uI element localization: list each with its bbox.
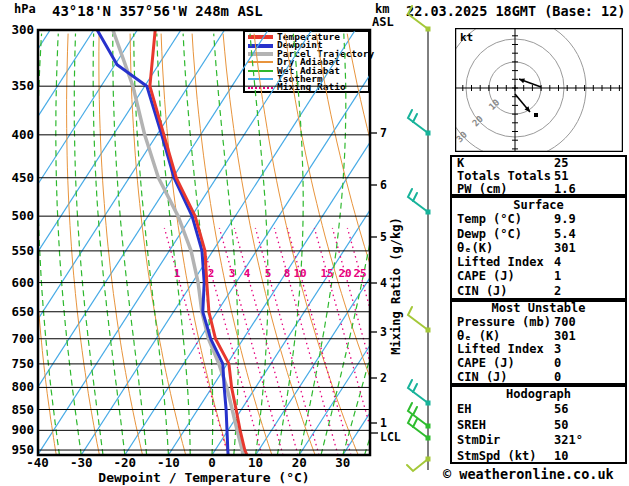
stat-value: 56 xyxy=(554,402,568,417)
temp-tick-label: -10 xyxy=(157,455,180,470)
km-tick-label: 1 xyxy=(380,416,387,430)
stat-box-title: Surface xyxy=(452,198,625,212)
pressure-tick-label: 800 xyxy=(11,379,34,394)
temp-tick-label: 30 xyxy=(335,455,350,470)
pressure-tick-label: 350 xyxy=(11,78,34,93)
stat-value: 3 xyxy=(554,343,561,357)
temp-tick-label: -30 xyxy=(70,455,93,470)
mixing-ratio-value-label: 4 xyxy=(244,267,251,280)
temp-tick-label: -40 xyxy=(26,455,49,470)
stat-label: CIN (J) xyxy=(457,284,508,298)
dry-adiabat-line xyxy=(316,34,444,455)
lcl-label: LCL xyxy=(380,430,401,444)
stat-row: θₑ (K)301 xyxy=(452,330,625,344)
km-tick-label: 6 xyxy=(380,178,387,192)
isotherm-line xyxy=(0,30,7,455)
stat-row: θₑ(K)301 xyxy=(452,241,625,255)
stat-label: PW (cm) xyxy=(457,182,508,196)
stat-row: PW (cm)1.6 xyxy=(452,183,625,196)
stat-label: θₑ(K) xyxy=(457,241,493,255)
stat-value: 10 xyxy=(554,449,568,464)
pressure-tick-label: 600 xyxy=(11,275,34,290)
stat-value: 2 xyxy=(554,284,561,298)
stat-row: Lifted Index3 xyxy=(452,343,625,357)
dry-adiabat-line xyxy=(33,34,56,455)
pressure-tick-label: 450 xyxy=(11,170,34,185)
stat-label: θₑ (K) xyxy=(457,329,500,343)
mixing-ratio-value-label: 5 xyxy=(265,267,272,280)
mixing-ratio-value-label: 8 xyxy=(284,267,291,280)
wind-barb xyxy=(407,457,431,472)
km-tick-label: 5 xyxy=(380,230,387,244)
stat-label: EH xyxy=(457,402,471,416)
stat-row: Pressure (mb)700 xyxy=(452,316,625,330)
stat-value: 50 xyxy=(554,418,568,433)
stat-value: 700 xyxy=(554,316,576,330)
mixing-ratio-value-label: 10 xyxy=(293,267,306,280)
wind-barb xyxy=(408,189,431,215)
skewt-sounding-page: { "header": { "pressure_unit": "hPa", "t… xyxy=(0,0,629,486)
stat-row: CIN (J)0 xyxy=(452,371,625,385)
stat-row: StmSpd (kt)10 xyxy=(452,449,625,464)
temp-tick-label: 10 xyxy=(248,455,263,470)
stat-row: EH56 xyxy=(452,402,625,417)
stat-label: Pressure (mb) xyxy=(457,315,551,329)
wind-barb xyxy=(408,380,431,406)
stat-value: 1.6 xyxy=(554,183,576,196)
stat-box-title: Most Unstable xyxy=(452,302,625,316)
stat-box-hodograph: HodographEH56SREH50StmDir321°StmSpd (kt)… xyxy=(450,385,627,464)
stat-label: StmDir xyxy=(457,433,500,447)
stat-row: SREH50 xyxy=(452,418,625,433)
mixing-ratio-value-label: 25 xyxy=(353,267,366,280)
km-tick-label: 2 xyxy=(380,371,387,385)
temp-tick-label: -20 xyxy=(114,455,137,470)
stat-row: Temp (°C)9.9 xyxy=(452,212,625,226)
pressure-tick-label: 500 xyxy=(11,208,34,223)
stat-label: StmSpd (kt) xyxy=(457,449,536,463)
pressure-tick-label: 750 xyxy=(11,356,34,371)
stat-label: Temp (°C) xyxy=(457,212,522,226)
dry-adiabat-line xyxy=(161,34,229,455)
mixing-ratio-line xyxy=(255,228,319,455)
pressure-tick-label: 400 xyxy=(11,127,34,142)
stat-value: 0 xyxy=(554,357,561,371)
stat-label: SREH xyxy=(457,418,486,432)
stat-label: Lifted Index xyxy=(457,255,544,269)
stat-value: 321° xyxy=(554,433,583,448)
km-tick-label: 7 xyxy=(380,126,387,140)
stat-label: CIN (J) xyxy=(457,370,508,384)
km-tick-label: 3 xyxy=(380,325,387,339)
wet-adiabat-line xyxy=(56,34,81,455)
stat-label: CAPE (J) xyxy=(457,269,515,283)
temp-tick-label: 20 xyxy=(292,455,307,470)
temp-tick-label: 0 xyxy=(208,455,216,470)
stat-row: CAPE (J)0 xyxy=(452,357,625,371)
pressure-tick-label: 900 xyxy=(11,422,34,437)
mixing-ratio-value-label: 3 xyxy=(229,267,236,280)
mixing-ratio-value-label: 15 xyxy=(320,267,333,280)
wind-barb xyxy=(408,6,431,32)
stat-value: 5.4 xyxy=(554,227,576,241)
wet-adiabat-line xyxy=(321,34,397,455)
stat-value: 301 xyxy=(554,241,576,255)
wet-adiabat-line xyxy=(299,34,346,455)
stat-row: CAPE (J)1 xyxy=(452,269,625,283)
stat-value: 4 xyxy=(554,255,561,269)
stat-box-most-unstable: Most UnstablePressure (mb)700θₑ (K)301Li… xyxy=(450,300,627,385)
stat-label: Lifted Index xyxy=(457,342,544,356)
wet-adiabat-line xyxy=(93,34,125,455)
dry-adiabat-line xyxy=(254,34,358,455)
stat-box-indices: K25Totals Totals51PW (cm)1.6 xyxy=(450,155,627,196)
pressure-tick-label: 700 xyxy=(11,331,34,346)
stat-label: Totals Totals xyxy=(457,169,551,183)
stat-value: 0 xyxy=(554,371,561,385)
wet-adiabat-line xyxy=(157,34,190,455)
mixing-ratio-value-label: 20 xyxy=(338,267,351,280)
pressure-tick-label: 300 xyxy=(11,22,34,37)
pressure-tick-label: 650 xyxy=(11,304,34,319)
stat-label: CAPE (J) xyxy=(457,356,515,370)
mixing-ratio-value-label: 1 xyxy=(174,267,181,280)
stat-label: Dewp (°C) xyxy=(457,227,522,241)
mixing-ratio-value-label: 2 xyxy=(208,267,215,280)
pressure-tick-label: 550 xyxy=(11,243,34,258)
